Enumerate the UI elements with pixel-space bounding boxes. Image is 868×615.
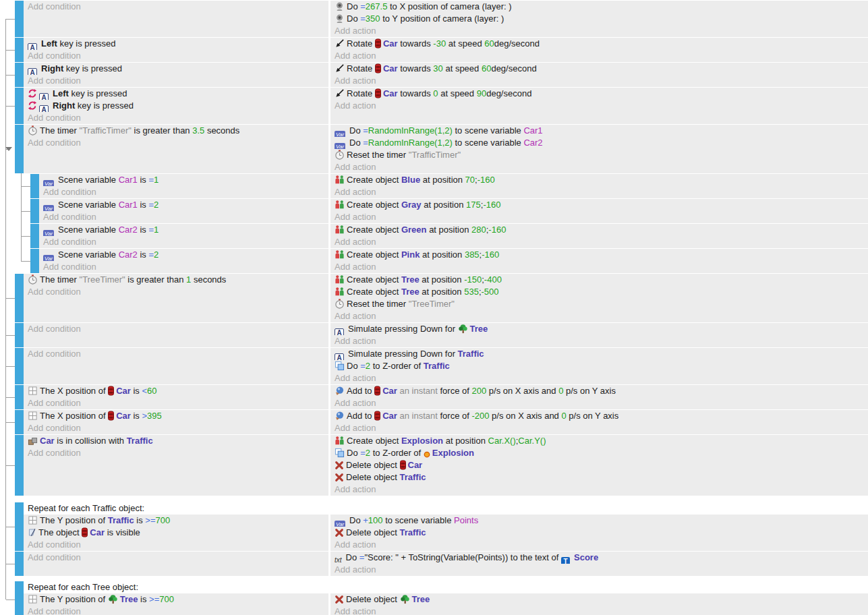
add-action-link[interactable]: Add action — [330, 261, 868, 273]
add-action-link[interactable]: Add action — [330, 211, 868, 223]
condition-line[interactable]: VarScene variable Car2 is =2 — [39, 249, 328, 261]
event-selection-bar[interactable] — [15, 323, 24, 347]
sub-event[interactable]: VarScene variable Car1 is =2Add conditio… — [30, 199, 868, 223]
condition-line[interactable]: ALeft key is pressed — [24, 88, 328, 100]
add-condition-link[interactable]: Add condition — [24, 348, 328, 360]
action-line[interactable]: Add to Car an instant force of -200 p/s … — [330, 410, 868, 422]
add-action-link[interactable]: Add action — [330, 310, 868, 322]
action-line[interactable]: Do =2 to Z-order of Explosion — [330, 447, 868, 459]
event-selection-bar[interactable] — [15, 63, 24, 87]
action-line[interactable]: Create object Gray at position 175;-160 — [330, 199, 868, 211]
event-selection-bar[interactable] — [30, 174, 39, 198]
sub-event[interactable]: VarScene variable Car1 is =1Add conditio… — [30, 174, 868, 198]
add-action-link[interactable]: Add action — [330, 186, 868, 198]
event-selection-bar[interactable] — [15, 125, 24, 173]
action-line[interactable]: VarDo =RandomInRange(1,2) to scene varia… — [330, 125, 868, 137]
add-action-link[interactable]: Add action — [330, 539, 868, 551]
condition-line[interactable]: VarScene variable Car1 is =2 — [39, 199, 328, 211]
action-line[interactable]: Delete object Traffic — [330, 471, 868, 484]
repeat-header[interactable]: Repeat for each Tree object: — [24, 581, 868, 593]
action-line[interactable]: ASimulate pressing Down for Traffic — [330, 348, 868, 360]
add-action-link[interactable]: Add action — [330, 50, 868, 62]
event[interactable]: Car is in collision with TrafficAdd cond… — [15, 435, 868, 496]
event[interactable]: The X position of Car is <60Add conditio… — [15, 385, 868, 409]
add-condition-link[interactable]: Add condition — [24, 323, 328, 335]
event-selection-bar[interactable] — [15, 274, 24, 322]
add-action-link[interactable]: Add action — [330, 75, 868, 87]
add-condition-link[interactable]: Add condition — [24, 50, 328, 62]
add-condition-link[interactable]: Add condition — [24, 112, 328, 124]
event[interactable]: ALeft key is pressedARight key is presse… — [15, 88, 868, 124]
condition-line[interactable]: The Y position of Traffic is >=700 — [24, 515, 328, 527]
expand-arrow-icon[interactable] — [5, 147, 12, 151]
add-condition-link[interactable]: Add condition — [24, 75, 328, 87]
action-line[interactable]: Do =267.5 to X position of camera (layer… — [330, 1, 868, 13]
add-action-link[interactable]: Add action — [330, 161, 868, 173]
condition-line[interactable]: ALeft key is pressed — [24, 38, 328, 50]
action-line[interactable]: Create object Green at position 280;-160 — [330, 224, 868, 236]
action-line[interactable]: Delete object Traffic — [330, 527, 868, 539]
add-condition-link[interactable]: Add condition — [24, 552, 328, 564]
add-condition-link[interactable]: Add condition — [24, 606, 328, 615]
action-line[interactable]: Delete object Car — [330, 459, 868, 471]
add-condition-link[interactable]: Add condition — [24, 397, 328, 409]
add-condition-link[interactable]: Add condition — [39, 236, 328, 248]
event-selection-bar[interactable] — [30, 249, 39, 273]
action-line[interactable]: VarDo =RandomInRange(1,2) to scene varia… — [330, 137, 868, 149]
condition-line[interactable]: VarScene variable Car2 is =1 — [39, 224, 328, 236]
event-selection-bar[interactable] — [15, 581, 24, 615]
event-selection-bar[interactable] — [15, 410, 24, 434]
action-line[interactable]: Add to Car an instant force of 200 p/s o… — [330, 385, 868, 397]
event-selection-bar[interactable] — [15, 502, 24, 551]
event-selection-bar[interactable] — [15, 348, 24, 384]
add-condition-link[interactable]: Add condition — [39, 186, 328, 198]
add-condition-link[interactable]: Add condition — [24, 447, 328, 459]
condition-line[interactable]: The X position of Car is >395 — [24, 410, 328, 422]
action-line[interactable]: ASimulate pressing Down for Tree — [330, 323, 868, 335]
event[interactable]: Add conditionDo =267.5 to X position of … — [15, 1, 868, 37]
action-line[interactable]: txtDo ="Score: " + ToString(Variable(Poi… — [330, 552, 868, 564]
action-line[interactable]: Reset the timer "TrafficTimer" — [330, 149, 868, 161]
action-line[interactable]: Create object Blue at position 70;-160 — [330, 174, 868, 186]
add-action-link[interactable]: Add action — [330, 422, 868, 434]
add-condition-link[interactable]: Add condition — [24, 422, 328, 434]
event-selection-bar[interactable] — [15, 88, 24, 124]
event[interactable]: Add conditionASimulate pressing Down for… — [15, 323, 868, 347]
event[interactable]: ALeft key is pressedAdd conditionRotate … — [15, 38, 868, 62]
condition-line[interactable]: VarScene variable Car1 is =1 — [39, 174, 328, 186]
add-action-link[interactable]: Add action — [330, 484, 868, 496]
condition-line[interactable]: The Y position of Tree is >=700 — [24, 593, 328, 606]
event-selection-bar[interactable] — [15, 385, 24, 409]
condition-line[interactable]: The timer "TreeTimer" is greater than 1 … — [24, 274, 328, 286]
repeat-event[interactable]: Repeat for each Traffic object:The Y pos… — [15, 502, 868, 551]
event-selection-bar[interactable] — [15, 435, 24, 496]
event[interactable]: The timer "TreeTimer" is greater than 1 … — [15, 274, 868, 322]
event[interactable]: Add conditiontxtDo ="Score: " + ToString… — [15, 552, 868, 576]
event[interactable]: Add conditionASimulate pressing Down for… — [15, 348, 868, 384]
condition-line[interactable]: The object Car is visible — [24, 527, 328, 539]
add-condition-link[interactable]: Add condition — [24, 137, 328, 149]
add-condition-link[interactable]: Add condition — [24, 286, 328, 298]
add-condition-link[interactable]: Add condition — [24, 1, 328, 13]
action-line[interactable]: Do =350 to Y position of camera (layer: … — [330, 13, 868, 25]
action-line[interactable]: Reset the timer "TreeTimer" — [330, 298, 868, 310]
sub-event[interactable]: VarScene variable Car2 is =2Add conditio… — [30, 249, 868, 273]
add-action-link[interactable]: Add action — [330, 606, 868, 615]
repeat-event[interactable]: Repeat for each Tree object:The Y positi… — [15, 581, 868, 615]
add-condition-link[interactable]: Add condition — [39, 261, 328, 273]
action-line[interactable]: Rotate Car towards 30 at speed 60deg/sec… — [330, 63, 868, 75]
add-action-link[interactable]: Add action — [330, 372, 868, 384]
action-line[interactable]: Create object Explosion at position Car.… — [330, 435, 868, 447]
action-line[interactable]: Rotate Car towards -30 at speed 60deg/se… — [330, 38, 868, 50]
condition-line[interactable]: The X position of Car is <60 — [24, 385, 328, 397]
action-line[interactable]: Rotate Car towards 0 at speed 90deg/seco… — [330, 88, 868, 100]
event-selection-bar[interactable] — [15, 552, 24, 576]
add-action-link[interactable]: Add action — [330, 236, 868, 248]
add-action-link[interactable]: Add action — [330, 397, 868, 409]
event-selection-bar[interactable] — [30, 199, 39, 223]
event[interactable]: The timer "TrafficTimer" is greater than… — [15, 125, 868, 173]
event-selection-bar[interactable] — [15, 38, 24, 62]
action-line[interactable]: Create object Pink at position 385;-160 — [330, 249, 868, 261]
condition-line[interactable]: ARight key is pressed — [24, 100, 328, 112]
action-line[interactable]: Create object Tree at position -150;-400 — [330, 274, 868, 286]
